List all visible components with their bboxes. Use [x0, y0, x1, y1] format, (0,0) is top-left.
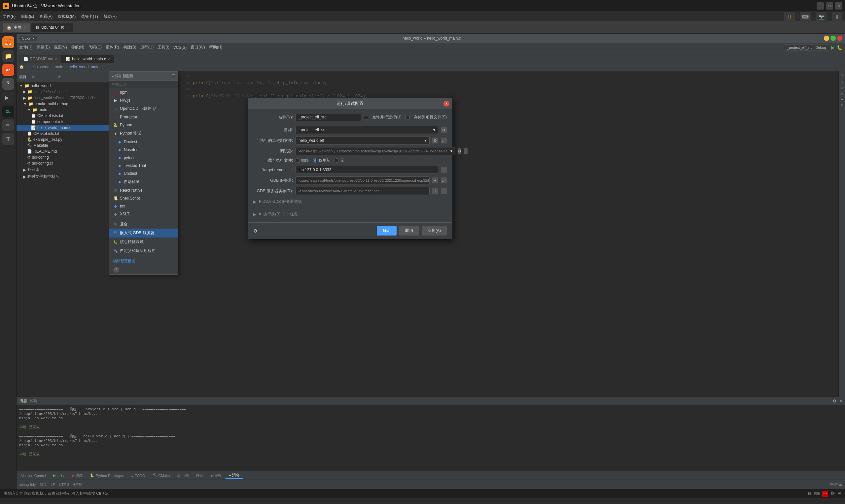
tree-main-c-file[interactable]: 📝 hello_world_main.c — [17, 125, 109, 131]
cancel-button[interactable]: 取消 — [399, 226, 419, 235]
tree-sdkconfig-ci[interactable]: ⚙ sdkconfig.ci — [17, 160, 109, 166]
clion-menu-navigate[interactable]: 导航(N) — [71, 44, 85, 50]
clion-maximize-btn[interactable] — [830, 36, 836, 41]
clion-menu-file[interactable]: 文件(H) — [19, 44, 33, 50]
tab-run[interactable]: ▶ 运行 — [50, 472, 68, 479]
tree-main-folder[interactable]: ▼ 📁 main — [17, 107, 109, 113]
confirm-button[interactable]: 确定 — [377, 226, 397, 235]
files-icon[interactable]: 📁 — [2, 50, 14, 62]
project-show-btn[interactable]: 👁 — [55, 73, 63, 80]
terminal-icon[interactable]: ▶_ — [2, 92, 14, 104]
dialog-settings-icon[interactable]: ⚙ — [253, 228, 258, 234]
dropdown-settings-icon[interactable]: ☰ — [172, 74, 175, 78]
gdb-args-input[interactable]: -f board/esp32-wrover-kit-3.3v.cfg -c "i… — [295, 187, 430, 195]
breadcrumb-main[interactable]: main — [55, 65, 64, 69]
config-item-shell[interactable]: 📜 Shell Script — [109, 194, 178, 202]
tab-problems[interactable]: ⚠ 问题 — [174, 472, 192, 479]
right-sidebar-icon-3[interactable]: ≪ — [840, 86, 844, 90]
readme-tab-close[interactable]: ✕ — [54, 57, 57, 61]
home-tab-close[interactable]: ✕ — [23, 26, 26, 29]
close-button[interactable]: ✕ — [835, 2, 842, 10]
advanced-gdb-row[interactable]: ▶ ▶ 高级 GDB 服务器选项 — [253, 198, 447, 206]
tree-cmake-root[interactable]: 📋 CMakeLists.txt — [17, 131, 109, 137]
clion-menu-help[interactable]: 帮助(H) — [209, 44, 223, 50]
clion-menu-edit[interactable]: 编辑(E) — [37, 44, 50, 50]
tree-makefile[interactable]: 🔨 Makefile — [17, 143, 109, 148]
tree-component-mk[interactable]: 📋 component.mk — [17, 119, 109, 125]
maximize-button[interactable]: □ — [826, 2, 833, 10]
config-item-custom-build[interactable]: 🔧 自定义构建应用程序 — [109, 246, 178, 255]
clion-app-menu[interactable]: CLion ▾ — [19, 36, 37, 41]
target-settings-gear[interactable]: ⚙ — [441, 127, 447, 133]
config-item-edit-templates[interactable]: 编辑配置模板... — [109, 257, 178, 265]
tree-hello-world[interactable]: ▼ 📁 hello_world — [17, 83, 109, 89]
ubuntu-tab-close[interactable]: ✕ — [67, 26, 69, 29]
firefox-icon[interactable]: 🦊 — [2, 36, 14, 48]
store-as-file-check[interactable] — [406, 115, 410, 120]
target-select[interactable]: _project_elf_src ▾ — [295, 126, 438, 134]
tab-messages[interactable]: ≡ 消息 — [226, 472, 243, 479]
tree-example-test[interactable]: 🐍 example_test.py — [17, 137, 109, 143]
gdb-server-add[interactable]: + — [432, 178, 438, 183]
project-add-btn[interactable]: + — [38, 73, 46, 80]
dialog-close-btn[interactable]: ✕ — [444, 101, 449, 107]
allow-parallel-check[interactable] — [364, 115, 368, 120]
before-launch-row[interactable]: ▶ ▶ 执行前(B): 1 个任务 — [253, 210, 447, 218]
tab-services[interactable]: ● 服务 — [207, 472, 225, 479]
executable-select[interactable]: hello_world.elf ▾ — [295, 137, 430, 144]
config-item-xslt[interactable]: ◆ XSLT — [109, 210, 178, 218]
download-always[interactable]: 始终 — [295, 158, 309, 163]
config-item-openocd[interactable]: ⬦ OpenOCD 下载并运行 — [109, 104, 178, 113]
config-item-tox[interactable]: ◆ tox — [109, 202, 178, 210]
clion-menu-tools[interactable]: 工具(I) — [157, 44, 169, 50]
config-item-doctest[interactable]: ◆ Doctest — [109, 138, 178, 146]
project-minus-btn[interactable]: − — [47, 73, 54, 80]
breadcrumb-hello-world[interactable]: hello_world — [29, 65, 50, 69]
ubuntu-tab[interactable]: 🖥 Ubuntu 64 位 ✕ — [31, 23, 73, 32]
exe-settings-gear[interactable]: ⚙ — [432, 138, 438, 143]
clion-close-btn[interactable] — [837, 36, 842, 41]
config-item-nosetest[interactable]: ◆ Nosetest — [109, 146, 178, 154]
console-close[interactable]: ✕ — [839, 399, 842, 403]
name-input[interactable]: _project_elf_src — [295, 113, 361, 121]
tab-debug[interactable]: ● 调试 — [68, 472, 86, 479]
config-item-autodetect[interactable]: ◆ 自动检测 — [109, 178, 178, 186]
config-item-core-dump[interactable]: 🐛 核心转储调试 — [109, 237, 178, 246]
target-remote-input[interactable]: tcp:127.0.0.1:3333 — [295, 166, 438, 174]
config-item-pytest[interactable]: ◆ pytest — [109, 154, 178, 162]
download-never[interactable]: 无 — [334, 158, 344, 163]
config-item-compound[interactable]: ⊞ 复合 — [109, 220, 178, 229]
gdb-args-extra2[interactable]: … — [441, 188, 447, 194]
minimize-button[interactable]: ─ — [816, 2, 824, 10]
menu-vm[interactable]: 虚拟机(M) — [58, 14, 75, 19]
clion-menu-vcs[interactable]: VCS(S) — [173, 45, 187, 50]
right-sidebar-icon-4[interactable]: ≫ — [840, 92, 844, 96]
config-item-protractor[interactable]: ● Protractor — [109, 113, 178, 121]
clion-menu-refactor[interactable]: 重构(R) — [106, 44, 119, 50]
config-item-unittest[interactable]: ◆ Unittest — [109, 169, 178, 178]
debugger-gear[interactable]: ⚙ — [458, 148, 461, 154]
menu-tab[interactable]: 选项卡(T) — [81, 14, 98, 19]
tree-external-lib[interactable]: ▶ 外部库 — [17, 166, 109, 173]
clion-minimize-btn[interactable] — [824, 36, 829, 41]
menu-file[interactable]: 文件(F) — [3, 14, 16, 19]
tab-python-packages[interactable]: 🐍 Python Packages — [87, 473, 127, 478]
debugger-select[interactable]: xtensa-esp32-elf-gdb (~/.espressif/tools… — [295, 147, 455, 155]
breadcrumb-file[interactable]: hello_world_main.c — [69, 65, 103, 69]
messages-tab[interactable]: 消息 — [19, 398, 27, 404]
main-c-tab-close[interactable]: ✕ — [107, 57, 110, 61]
tree-cmakelists[interactable]: 📋 CMakeLists.txt — [17, 113, 109, 119]
config-item-python[interactable]: 🐍 Python — [109, 121, 178, 129]
update-only-radio[interactable] — [313, 158, 317, 163]
never-radio[interactable] — [334, 158, 339, 163]
always-radio[interactable] — [295, 158, 300, 163]
download-update-only[interactable]: 仅更新 — [313, 158, 330, 163]
exe-extra-btn[interactable]: … — [441, 138, 447, 143]
tab-cmake[interactable]: 🔨 CMake — [149, 473, 173, 478]
tree-sdkconfig[interactable]: ⚙ sdkconfig — [17, 155, 109, 160]
right-sidebar-icon-6[interactable]: ▶ — [841, 103, 843, 107]
config-item-nwjs[interactable]: ▶ NW.js — [109, 96, 178, 104]
project-gear-btn[interactable]: ⚙ — [30, 73, 37, 80]
config-item-twisted[interactable]: ◆ Twisted Trial — [109, 162, 178, 169]
clion-menu-view[interactable]: 视图(V) — [54, 44, 67, 50]
